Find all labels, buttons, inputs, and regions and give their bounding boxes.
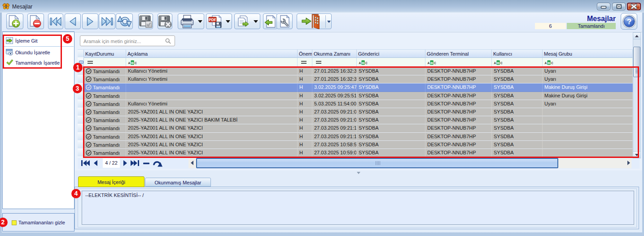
svg-text:B: B <box>362 61 364 65</box>
svg-text:C: C <box>135 61 137 65</box>
svg-text:A: A <box>494 61 496 65</box>
svg-text:B: B <box>497 61 499 65</box>
svg-text:PDF: PDF <box>209 17 216 22</box>
svg-text:C: C <box>500 61 503 65</box>
svg-text:C: C <box>365 61 368 65</box>
svg-text:A: A <box>359 61 361 65</box>
svg-text:B: B <box>430 61 433 65</box>
svg-text:A: A <box>428 61 430 65</box>
svg-text:C: C <box>434 61 436 65</box>
svg-text:B: B <box>548 61 550 65</box>
svg-text:B: B <box>131 61 134 65</box>
svg-text:A: A <box>128 61 131 65</box>
svg-text:?: ? <box>626 17 631 26</box>
svg-text:C: C <box>551 61 553 65</box>
svg-text:A: A <box>545 61 547 65</box>
